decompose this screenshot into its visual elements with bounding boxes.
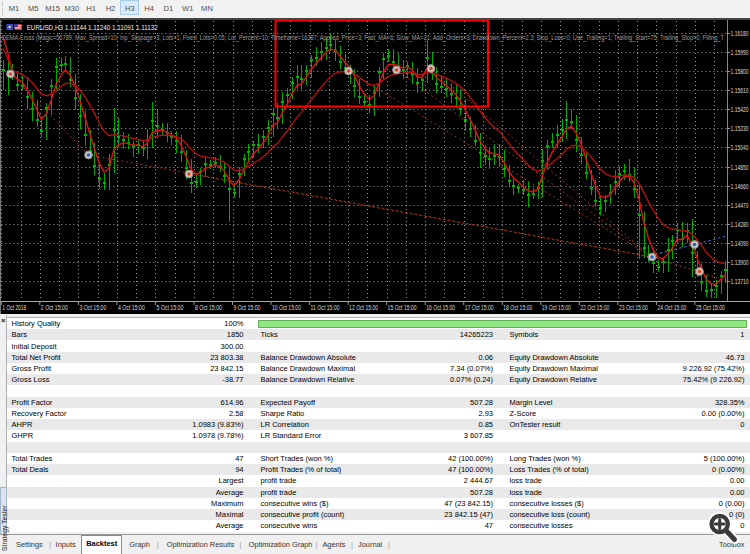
svg-text:15 Oct 15:00: 15 Oct 15:00 xyxy=(388,304,417,311)
svg-text:1.15420: 1.15420 xyxy=(731,106,749,113)
svg-text:1.15800: 1.15800 xyxy=(731,68,749,75)
svg-text:2 Oct 15:00: 2 Oct 15:00 xyxy=(41,304,68,311)
svg-text:1.15230: 1.15230 xyxy=(731,125,749,132)
svg-text:1.15610: 1.15610 xyxy=(731,87,749,94)
svg-text:1.15040: 1.15040 xyxy=(731,144,749,151)
svg-text:8 Oct 15:00: 8 Oct 15:00 xyxy=(195,304,222,311)
svg-text:10 Oct 15:00: 10 Oct 15:00 xyxy=(272,304,301,311)
svg-text:1.14660: 1.14660 xyxy=(731,183,749,190)
svg-text:4 Oct 15:00: 4 Oct 15:00 xyxy=(118,304,145,311)
svg-text:1.15990: 1.15990 xyxy=(731,49,749,56)
svg-text:23 Oct 15:00: 23 Oct 15:00 xyxy=(619,304,648,311)
svg-text:1.14850: 1.14850 xyxy=(731,164,749,171)
svg-text:1.13900: 1.13900 xyxy=(731,259,749,266)
svg-text:17 Oct 15:00: 17 Oct 15:00 xyxy=(465,304,494,311)
svg-text:3 Oct 15:00: 3 Oct 15:00 xyxy=(79,304,106,311)
svg-text:1.14280: 1.14280 xyxy=(731,221,749,228)
svg-text:25 Oct 15:00: 25 Oct 15:00 xyxy=(696,304,725,311)
svg-text:1.16180: 1.16180 xyxy=(731,30,749,37)
svg-text:16 Oct 15:00: 16 Oct 15:00 xyxy=(426,304,455,311)
svg-text:24 Oct 15:00: 24 Oct 15:00 xyxy=(657,304,686,311)
svg-text:19 Oct 15:00: 19 Oct 15:00 xyxy=(542,304,571,311)
svg-text:18 Oct 15:00: 18 Oct 15:00 xyxy=(503,304,532,311)
svg-text:9 Oct 15:00: 9 Oct 15:00 xyxy=(234,304,261,311)
svg-text:EURUSD,H3 1.11144 1.11240 1.1: EURUSD,H3 1.11144 1.11240 1.11091 1.1113… xyxy=(27,23,158,32)
svg-text:22 Oct 15:00: 22 Oct 15:00 xyxy=(580,304,609,311)
svg-text:1.13710: 1.13710 xyxy=(731,278,749,285)
svg-text:DEMA Cross (Magic=56789; Max_S: DEMA Cross (Magic=56789; Max_Spread=10; … xyxy=(2,34,724,42)
svg-text:12 Oct 15:00: 12 Oct 15:00 xyxy=(349,304,378,311)
svg-text:5 Oct 15:00: 5 Oct 15:00 xyxy=(156,304,183,311)
svg-text:1 Oct 2018: 1 Oct 2018 xyxy=(2,304,26,311)
svg-text:11 Oct 15:00: 11 Oct 15:00 xyxy=(311,304,340,311)
svg-text:1.14470: 1.14470 xyxy=(731,202,749,209)
svg-text:1.14090: 1.14090 xyxy=(731,240,749,247)
